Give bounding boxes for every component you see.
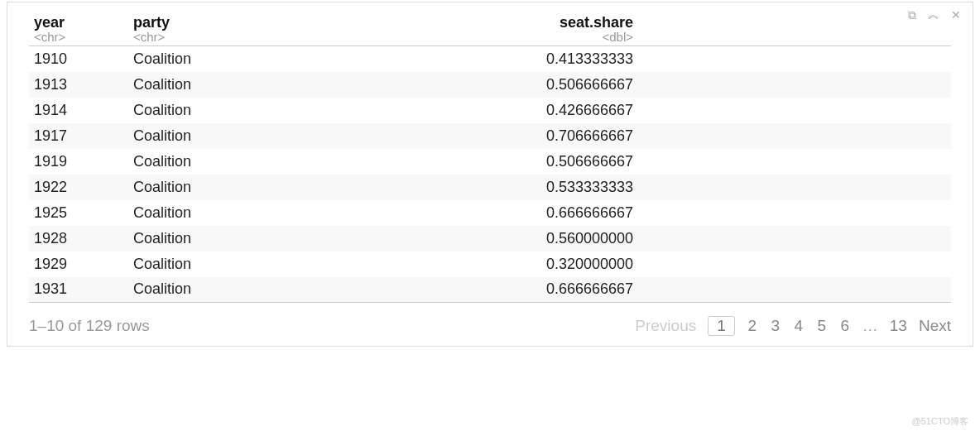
cell-year: 1919 bbox=[29, 149, 128, 175]
cell-share: 0.666666667 bbox=[459, 277, 641, 303]
pager-page-5[interactable]: 5 bbox=[816, 317, 828, 335]
header-year[interactable]: year <chr> bbox=[29, 11, 128, 46]
cell-share: 0.506666667 bbox=[459, 72, 641, 98]
table-row: 1928Coalition0.560000000 bbox=[29, 226, 951, 251]
header-year-label: year bbox=[34, 14, 65, 31]
cell-share: 0.560000000 bbox=[459, 226, 641, 251]
watermark: @51CTO博客 bbox=[912, 415, 968, 428]
cell-party: Coalition bbox=[128, 72, 459, 98]
table-row: 1919Coalition0.506666667 bbox=[29, 149, 951, 175]
cell-year: 1925 bbox=[29, 200, 128, 226]
cell-party: Coalition bbox=[128, 226, 459, 251]
cell-share: 0.426666667 bbox=[459, 98, 641, 123]
cell-party: Coalition bbox=[128, 123, 459, 149]
collapse-icon[interactable]: ︽ bbox=[928, 7, 939, 22]
data-table: year <chr> party <chr> seat.share <dbl> … bbox=[29, 11, 951, 303]
cell-year: 1914 bbox=[29, 98, 128, 123]
cell-year: 1931 bbox=[29, 277, 128, 303]
cell-year: 1910 bbox=[29, 46, 128, 72]
cell-share: 0.320000000 bbox=[459, 251, 641, 277]
pager: Previous 1 2 3 4 5 6 … 13 Next bbox=[635, 316, 951, 336]
close-icon[interactable]: ✕ bbox=[951, 8, 961, 22]
cell-party: Coalition bbox=[128, 149, 459, 175]
header-year-type: <chr> bbox=[34, 30, 123, 44]
pager-page-2[interactable]: 2 bbox=[747, 317, 758, 335]
table-row: 1910Coalition0.413333333 bbox=[29, 46, 951, 72]
pager-page-4[interactable]: 4 bbox=[793, 317, 805, 335]
pager-page-6[interactable]: 6 bbox=[839, 317, 851, 335]
table-row: 1931Coalition0.666666667 bbox=[29, 277, 951, 303]
table-row: 1913Coalition0.506666667 bbox=[29, 72, 951, 98]
table-row: 1922Coalition0.533333333 bbox=[29, 175, 951, 200]
cell-share: 0.533333333 bbox=[459, 175, 641, 200]
pager-page-3[interactable]: 3 bbox=[770, 317, 781, 335]
table-row: 1914Coalition0.426666667 bbox=[29, 98, 951, 123]
cell-year: 1929 bbox=[29, 251, 128, 277]
cell-year: 1917 bbox=[29, 123, 128, 149]
cell-year: 1913 bbox=[29, 72, 128, 98]
header-share[interactable]: seat.share <dbl> bbox=[459, 11, 641, 46]
pager-page-1[interactable]: 1 bbox=[708, 316, 735, 336]
cell-year: 1928 bbox=[29, 226, 128, 251]
data-panel: ⧉ ︽ ✕ year <chr> party <chr> seat.share bbox=[7, 2, 973, 347]
table-container: year <chr> party <chr> seat.share <dbl> … bbox=[7, 2, 973, 309]
table-footer: 1–10 of 129 rows Previous 1 2 3 4 5 6 … … bbox=[7, 309, 973, 346]
header-share-label: seat.share bbox=[560, 14, 633, 31]
cell-year: 1922 bbox=[29, 175, 128, 200]
cell-share: 0.706666667 bbox=[459, 123, 641, 149]
cell-party: Coalition bbox=[128, 98, 459, 123]
panel-toolbar: ⧉ ︽ ✕ bbox=[908, 7, 961, 22]
table-row: 1917Coalition0.706666667 bbox=[29, 123, 951, 149]
cell-share: 0.666666667 bbox=[459, 200, 641, 226]
table-row: 1929Coalition0.320000000 bbox=[29, 251, 951, 277]
pager-next[interactable]: Next bbox=[919, 317, 951, 335]
table-row: 1925Coalition0.666666667 bbox=[29, 200, 951, 226]
cell-party: Coalition bbox=[128, 175, 459, 200]
cell-party: Coalition bbox=[128, 277, 459, 303]
popout-icon[interactable]: ⧉ bbox=[908, 8, 916, 22]
cell-party: Coalition bbox=[128, 200, 459, 226]
pager-previous: Previous bbox=[635, 317, 696, 335]
header-party-type: <chr> bbox=[133, 30, 454, 44]
cell-party: Coalition bbox=[128, 251, 459, 277]
header-row: year <chr> party <chr> seat.share <dbl> bbox=[29, 11, 951, 46]
table-body: 1910Coalition0.413333333 1913Coalition0.… bbox=[29, 46, 951, 303]
row-range: 1–10 of 129 rows bbox=[29, 317, 150, 335]
pager-page-last[interactable]: 13 bbox=[890, 317, 907, 335]
pager-ellipsis: … bbox=[862, 317, 878, 335]
cell-share: 0.506666667 bbox=[459, 149, 641, 175]
cell-party: Coalition bbox=[128, 46, 459, 72]
cell-share: 0.413333333 bbox=[459, 46, 641, 72]
header-share-type: <dbl> bbox=[464, 30, 633, 44]
header-party[interactable]: party <chr> bbox=[128, 11, 459, 46]
header-party-label: party bbox=[133, 14, 170, 31]
header-pad bbox=[641, 11, 951, 46]
